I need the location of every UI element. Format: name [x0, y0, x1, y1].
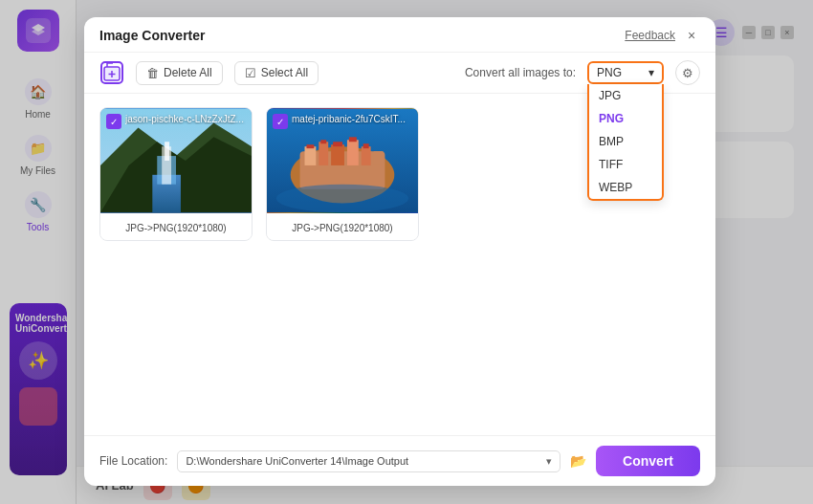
svg-rect-20	[374, 151, 384, 165]
svg-rect-19	[362, 146, 371, 165]
svg-rect-18	[347, 140, 359, 165]
svg-rect-25	[363, 143, 369, 148]
dropdown-arrow-icon-2: ▾	[546, 455, 552, 468]
image-label-1: JPG->PNG(1920*1080)	[100, 213, 252, 241]
svg-point-26	[276, 185, 408, 213]
image-card-1: ✓ jason-pischke-c-LNzZxJtZ...	[99, 107, 253, 241]
svg-rect-23	[333, 142, 342, 146]
modal-header-right: Feedback ×	[625, 27, 700, 44]
convert-all-label: Convert all images to:	[465, 66, 576, 79]
image-filename-1: jason-pischke-c-LNzZxJtZ...	[125, 114, 246, 124]
delete-all-button[interactable]: 🗑 Delete All	[136, 61, 223, 85]
svg-rect-22	[320, 140, 326, 143]
modal-overlay: Image Converter Feedback × 🗑	[0, 0, 813, 504]
format-selector-wrapper: PNG ▾ JPG PNG BMP TIFF WEBP	[587, 61, 664, 84]
format-option-webp[interactable]: WEBP	[589, 176, 662, 199]
image-label-2: JPG->PNG(1920*1080)	[267, 213, 418, 241]
select-all-button[interactable]: ☑ Select All	[234, 61, 319, 85]
svg-rect-24	[349, 137, 357, 142]
add-files-button[interactable]	[99, 60, 124, 85]
image-filename-2: matej-pribanic-2fu7CskIT...	[292, 114, 412, 124]
svg-rect-17	[331, 144, 344, 165]
trash-icon: 🗑	[146, 66, 159, 80]
format-option-tiff[interactable]: TIFF	[589, 153, 662, 176]
svg-rect-15	[305, 146, 317, 165]
delete-all-label: Delete All	[164, 66, 212, 79]
selected-format: PNG	[597, 66, 622, 79]
modal-title: Image Converter	[99, 28, 205, 43]
format-option-bmp[interactable]: BMP	[589, 130, 662, 153]
modal-toolbar: 🗑 Delete All ☑ Select All Convert all im…	[84, 53, 715, 94]
settings-button[interactable]: ⚙	[675, 60, 700, 85]
folder-browse-icon[interactable]: 📂	[570, 453, 586, 469]
format-dropdown: JPG PNG BMP TIFF WEBP	[587, 84, 664, 201]
format-option-jpg[interactable]: JPG	[589, 84, 662, 107]
convert-button[interactable]: Convert	[596, 446, 700, 476]
svg-rect-16	[319, 142, 328, 165]
file-location-input[interactable]: D:\Wondershare UniConverter 14\Image Out…	[177, 450, 560, 472]
modal-header: Image Converter Feedback ×	[84, 17, 715, 53]
svg-rect-21	[306, 144, 314, 148]
feedback-link[interactable]: Feedback	[625, 29, 675, 42]
format-option-png[interactable]: PNG	[589, 107, 662, 130]
file-location-value: D:\Wondershare UniConverter 14\Image Out…	[186, 455, 408, 467]
svg-rect-11	[165, 142, 169, 161]
image-card-2: ✓ matej-pribanic-2fu7CskIT...	[266, 107, 419, 241]
image-checkbox-1[interactable]: ✓	[106, 114, 121, 129]
select-all-label: Select All	[261, 66, 308, 79]
file-location-label: File Location:	[99, 454, 167, 468]
modal-footer: File Location: D:\Wondershare UniConvert…	[84, 435, 715, 486]
image-checkbox-2[interactable]: ✓	[273, 114, 288, 129]
format-selector[interactable]: PNG ▾	[587, 61, 664, 84]
modal-close-button[interactable]: ×	[683, 27, 700, 44]
image-converter-modal: Image Converter Feedback × 🗑	[84, 17, 715, 486]
check-icon: ☑	[245, 66, 256, 80]
dropdown-arrow-icon: ▾	[648, 66, 654, 79]
